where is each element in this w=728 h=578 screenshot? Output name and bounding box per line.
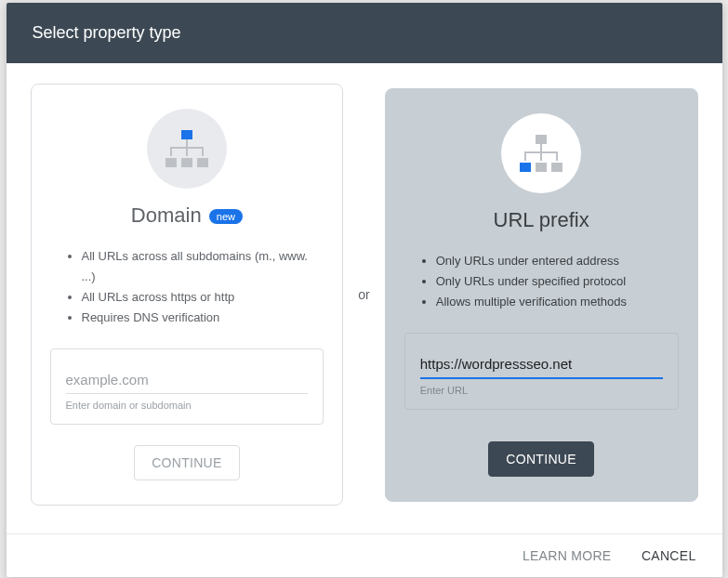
domain-title-text: Domain xyxy=(131,204,202,227)
url-card-title: URL prefix xyxy=(404,208,679,232)
list-item: Only URLs under specified protocol xyxy=(436,271,679,292)
domain-features: All URLs across all subdomains (m., www.… xyxy=(50,246,324,328)
domain-continue-button[interactable]: CONTINUE xyxy=(134,445,240,480)
domain-icon-wrap xyxy=(50,109,324,189)
new-badge: new xyxy=(209,209,243,224)
list-item: Requires DNS verification xyxy=(82,308,324,328)
cancel-button[interactable]: CANCEL xyxy=(642,548,696,563)
url-input[interactable] xyxy=(420,350,663,379)
url-input-helper: Enter URL xyxy=(420,385,663,396)
modal-body: Domain new All URLs across all subdomain… xyxy=(7,63,722,533)
sitemap-icon xyxy=(501,113,581,193)
list-item: Only URLs under entered address xyxy=(436,251,679,271)
url-icon-wrap xyxy=(404,113,679,193)
modal-footer: LEARN MORE CANCEL xyxy=(7,533,722,577)
url-continue-button[interactable]: CONTINUE xyxy=(488,441,594,477)
or-separator: or xyxy=(352,287,375,302)
modal-title: Select property type xyxy=(33,23,181,42)
domain-card[interactable]: Domain new All URLs across all subdomain… xyxy=(31,84,344,506)
list-item: All URLs across https or http xyxy=(82,287,324,308)
modal-header: Select property type xyxy=(7,3,722,63)
domain-input-helper: Enter domain or subdomain xyxy=(66,400,309,411)
domain-input-box: Enter domain or subdomain xyxy=(50,348,324,425)
sitemap-icon xyxy=(147,109,227,189)
list-item: Allows multiple verification methods xyxy=(436,292,679,312)
url-input-box: Enter URL xyxy=(404,333,679,410)
url-features: Only URLs under entered address Only URL… xyxy=(404,251,679,312)
domain-card-title: Domain new xyxy=(50,204,324,228)
property-type-modal: Select property type Domain new xyxy=(7,3,722,577)
domain-input[interactable] xyxy=(66,366,309,394)
url-prefix-card[interactable]: URL prefix Only URLs under entered addre… xyxy=(385,88,698,502)
list-item: All URLs across all subdomains (m., www.… xyxy=(82,246,324,287)
learn-more-link[interactable]: LEARN MORE xyxy=(523,548,612,563)
